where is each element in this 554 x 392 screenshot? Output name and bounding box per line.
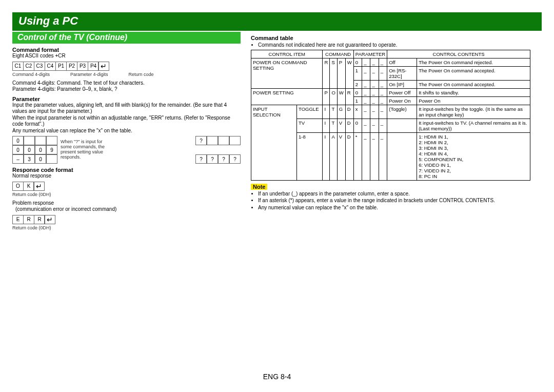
cmd-c: D [345, 119, 353, 132]
param-c: _ [379, 132, 387, 180]
p-box: ? [218, 154, 229, 164]
param-name: Power On [387, 96, 417, 105]
p-box: ? [195, 154, 207, 164]
ok-caption: Return code (0DH) [12, 192, 51, 197]
param-c: _ [362, 119, 370, 132]
param-c: _ [370, 66, 379, 80]
cmd-c: P [323, 88, 330, 105]
cmd-c: P [337, 58, 345, 88]
cmd-c: V [337, 132, 345, 180]
th-parameter: PARAMETER [353, 50, 387, 58]
param-c: _ [362, 96, 370, 105]
notes-list: If an underbar (_) appears in the parame… [258, 191, 530, 211]
ok-diagram: O K ↵ Return code (0DH) [12, 182, 241, 197]
cf-box: P3 [77, 62, 88, 71]
left-column: Control of the TV (Continue) Command for… [12, 32, 241, 233]
p-box: 0 [24, 145, 35, 154]
cmd-c: O [330, 88, 337, 105]
table-row: POWER SETTING P O W R 0 _ _ _ Power Off … [251, 88, 530, 96]
p-box: 0 [12, 136, 24, 145]
param-c: _ [362, 105, 370, 119]
p-box: 0 [12, 145, 24, 154]
param-c: _ [362, 80, 370, 88]
cmd-c: D [345, 132, 353, 180]
cmd-c: A [330, 132, 337, 180]
p-box [35, 136, 46, 145]
param-c: 0 [353, 119, 362, 132]
cmd-c: V [337, 119, 345, 132]
err-box: E [12, 215, 24, 224]
p-box [218, 136, 229, 145]
parameter-p3: Any numerical value can replace the "x" … [12, 128, 241, 134]
ctrl-desc: The Power On command rejected. [417, 58, 530, 66]
cmd-c: W [337, 88, 345, 105]
param-c: _ [379, 58, 387, 66]
cf-box: P2 [66, 62, 77, 71]
param-c: _ [379, 96, 387, 105]
p-box: – [12, 154, 24, 164]
p-box [46, 154, 57, 164]
command-table-subtitle: Commands not indicated here are not guar… [258, 42, 530, 49]
cf-caption-mid: Parameter 4-digits [70, 72, 108, 77]
cmd-c: S [330, 58, 337, 88]
cmd-c: G [337, 105, 345, 119]
cmd-c: W [345, 58, 353, 88]
response-problem-label: Problem response [12, 200, 241, 207]
param-c: x [353, 105, 362, 119]
p-box: ? [207, 154, 218, 164]
response-problem-sub: (communication error or incorrect comman… [12, 206, 241, 213]
cf-box: P4 [88, 62, 99, 71]
cf-box: C4 [45, 62, 56, 71]
p-box [24, 136, 35, 145]
note-item: Any numerical value can replace the "x" … [258, 205, 530, 211]
param-c: _ [379, 119, 387, 132]
cmd-c: I [323, 132, 330, 180]
ctrl-item: POWER SETTING [251, 88, 323, 105]
ctrl-desc: The Power On command accepted. [417, 66, 530, 80]
param-c: _ [362, 58, 370, 66]
page-footer: ENG 8-4 [0, 373, 554, 381]
parameter-p1: Input the parameter values, aligning lef… [12, 102, 241, 115]
ctrl-desc: It input-switches by the toggle. (It is … [417, 105, 530, 119]
param-c: _ [379, 88, 387, 96]
p-box: ? [195, 136, 207, 145]
err-box: R [34, 215, 45, 224]
p-box [229, 136, 241, 145]
cmd-c: D [345, 105, 353, 119]
cf-caption-left: Command 4-digits [12, 72, 50, 77]
param-name: On [IP] [387, 80, 417, 88]
cf-caption-right: Return code [129, 72, 154, 77]
return-icon: ↵ [44, 215, 55, 224]
cmd-c: T [330, 119, 337, 132]
right-column: Command table Commands not indicated her… [251, 32, 530, 233]
cmd-c: I [323, 105, 330, 119]
response-code-title: Response code format [12, 167, 241, 173]
p-box: 3 [24, 154, 35, 164]
p-box: ? [229, 154, 241, 164]
return-icon: ↵ [98, 62, 109, 71]
param-name: On [RS-232C] [387, 66, 417, 80]
cf-box: C2 [23, 62, 34, 71]
param-c: _ [379, 80, 387, 88]
ok-box: O [12, 182, 24, 191]
param-c: _ [379, 105, 387, 119]
ctrl-sub: TV [297, 119, 323, 132]
parameter-diagram: 0 When "?" is input for some commands, t… [12, 136, 241, 164]
param-c: 0 [353, 58, 362, 66]
command-format-subtitle: Eight ASCII codes +CR [12, 53, 241, 60]
note-item: If an asterisk (*) appears, enter a valu… [258, 198, 530, 204]
param-mid-caption: When "?" is input for some commands, the… [57, 140, 114, 160]
cf-desc1: Command 4-digits: Command. The text of f… [12, 80, 241, 87]
cmd-c: I [323, 119, 330, 132]
return-icon: ↵ [33, 182, 45, 191]
ctrl-item: INPUT SELECTION [251, 105, 297, 180]
cmd-c: R [323, 58, 330, 88]
ok-box: K [23, 182, 34, 191]
param-c: _ [362, 66, 370, 80]
note-item: If an underbar (_) appears in the parame… [258, 191, 530, 198]
table-row: POWER ON COMMAND SETTING R S P W 0 _ _ _… [251, 58, 530, 66]
param-name [387, 132, 417, 180]
param-c: _ [370, 80, 379, 88]
ctrl-desc: The Power On command accepted. [417, 80, 530, 88]
param-c: _ [370, 132, 379, 180]
